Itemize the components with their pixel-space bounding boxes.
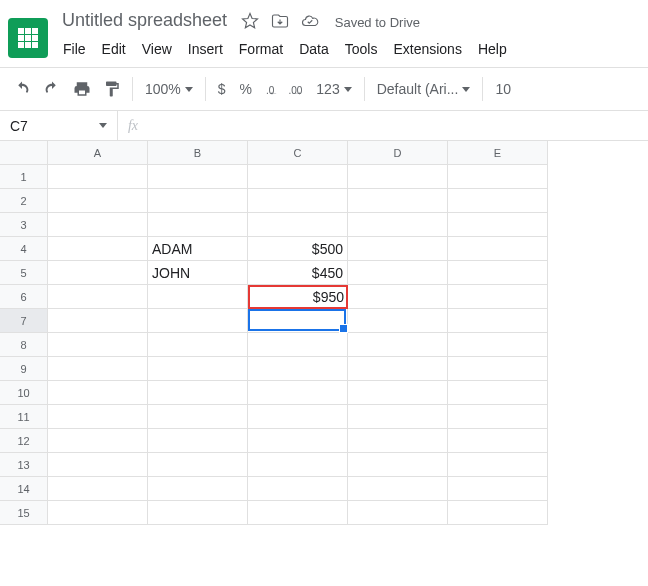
- menu-data[interactable]: Data: [292, 37, 336, 61]
- select-all-corner[interactable]: [0, 141, 48, 165]
- cell[interactable]: [248, 165, 348, 189]
- cell[interactable]: [48, 333, 148, 357]
- decrease-decimal-button[interactable]: .0←: [260, 81, 280, 97]
- cell-b4[interactable]: ADAM: [148, 237, 248, 261]
- menu-view[interactable]: View: [135, 37, 179, 61]
- cell[interactable]: [48, 405, 148, 429]
- formula-bar[interactable]: [148, 111, 648, 140]
- cell[interactable]: [448, 333, 548, 357]
- redo-button[interactable]: [38, 75, 66, 103]
- cell[interactable]: [348, 261, 448, 285]
- menu-insert[interactable]: Insert: [181, 37, 230, 61]
- font-size[interactable]: 10: [489, 81, 517, 97]
- cell[interactable]: [248, 453, 348, 477]
- font-select[interactable]: Default (Ari...: [371, 81, 477, 97]
- cell[interactable]: [48, 453, 148, 477]
- menu-format[interactable]: Format: [232, 37, 290, 61]
- col-header-d[interactable]: D: [348, 141, 448, 165]
- row-header[interactable]: 7: [0, 309, 48, 333]
- move-icon[interactable]: [271, 12, 289, 33]
- menu-tools[interactable]: Tools: [338, 37, 385, 61]
- row-header[interactable]: 8: [0, 333, 48, 357]
- currency-button[interactable]: $: [212, 81, 232, 97]
- cell[interactable]: [248, 477, 348, 501]
- doc-title[interactable]: Untitled spreadsheet: [56, 8, 233, 33]
- cell[interactable]: [148, 501, 248, 525]
- cell-c6[interactable]: $950: [248, 285, 348, 309]
- cell[interactable]: [348, 453, 448, 477]
- cell[interactable]: [348, 405, 448, 429]
- col-header-e[interactable]: E: [448, 141, 548, 165]
- cell[interactable]: [48, 309, 148, 333]
- cell[interactable]: [148, 429, 248, 453]
- cell-c4[interactable]: $500: [248, 237, 348, 261]
- row-header[interactable]: 6: [0, 285, 48, 309]
- cell-b5[interactable]: JOHN: [148, 261, 248, 285]
- cell[interactable]: [148, 381, 248, 405]
- cell[interactable]: [448, 381, 548, 405]
- cell[interactable]: [148, 189, 248, 213]
- row-header[interactable]: 5: [0, 261, 48, 285]
- cell[interactable]: [148, 477, 248, 501]
- cell[interactable]: [348, 237, 448, 261]
- print-button[interactable]: [68, 75, 96, 103]
- menu-edit[interactable]: Edit: [95, 37, 133, 61]
- cell[interactable]: [148, 333, 248, 357]
- cell[interactable]: [248, 429, 348, 453]
- cell[interactable]: [348, 501, 448, 525]
- cell[interactable]: [348, 429, 448, 453]
- cloud-icon[interactable]: [301, 12, 319, 33]
- row-header[interactable]: 13: [0, 453, 48, 477]
- menu-file[interactable]: File: [56, 37, 93, 61]
- cell[interactable]: [448, 501, 548, 525]
- cell[interactable]: [448, 213, 548, 237]
- star-icon[interactable]: [241, 12, 259, 33]
- cell[interactable]: [248, 333, 348, 357]
- cell[interactable]: [348, 285, 448, 309]
- cell[interactable]: [448, 357, 548, 381]
- cell-c7[interactable]: [248, 309, 348, 333]
- cell[interactable]: [448, 477, 548, 501]
- cell[interactable]: [148, 285, 248, 309]
- cell[interactable]: [448, 429, 548, 453]
- menu-help[interactable]: Help: [471, 37, 514, 61]
- cell[interactable]: [148, 309, 248, 333]
- cell[interactable]: [348, 477, 448, 501]
- name-box[interactable]: C7: [0, 111, 118, 140]
- row-header[interactable]: 1: [0, 165, 48, 189]
- cell[interactable]: [48, 237, 148, 261]
- cell[interactable]: [48, 501, 148, 525]
- row-header[interactable]: 10: [0, 381, 48, 405]
- cell[interactable]: [48, 357, 148, 381]
- cell[interactable]: [448, 309, 548, 333]
- cell[interactable]: [48, 285, 148, 309]
- col-header-c[interactable]: C: [248, 141, 348, 165]
- cell[interactable]: [48, 381, 148, 405]
- cell[interactable]: [148, 453, 248, 477]
- cell[interactable]: [348, 213, 448, 237]
- row-header[interactable]: 4: [0, 237, 48, 261]
- cell[interactable]: [248, 357, 348, 381]
- cell[interactable]: [48, 189, 148, 213]
- cell[interactable]: [148, 213, 248, 237]
- cell[interactable]: [448, 261, 548, 285]
- row-header[interactable]: 14: [0, 477, 48, 501]
- row-header[interactable]: 11: [0, 405, 48, 429]
- zoom-select[interactable]: 100%: [139, 81, 199, 97]
- row-header[interactable]: 9: [0, 357, 48, 381]
- cell[interactable]: [248, 381, 348, 405]
- cell[interactable]: [248, 501, 348, 525]
- sheets-logo[interactable]: [8, 18, 48, 58]
- cell[interactable]: [448, 285, 548, 309]
- cell[interactable]: [48, 261, 148, 285]
- cell-c5[interactable]: $450: [248, 261, 348, 285]
- cell[interactable]: [148, 357, 248, 381]
- cell[interactable]: [348, 357, 448, 381]
- cell[interactable]: [248, 213, 348, 237]
- cell[interactable]: [48, 429, 148, 453]
- cell[interactable]: [348, 381, 448, 405]
- cell[interactable]: [348, 309, 448, 333]
- cell[interactable]: [348, 165, 448, 189]
- col-header-a[interactable]: A: [48, 141, 148, 165]
- number-format-select[interactable]: 123: [310, 81, 357, 97]
